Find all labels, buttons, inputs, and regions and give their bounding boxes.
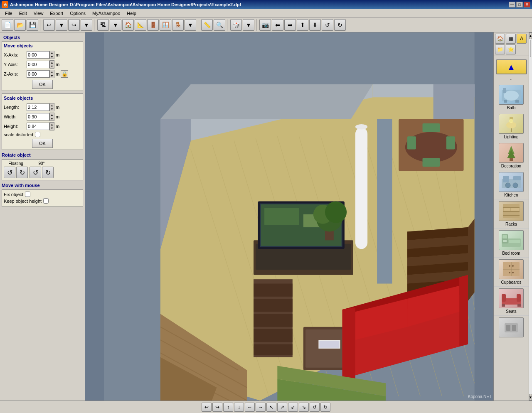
scale-ok-button[interactable]: OK <box>32 139 53 148</box>
toolbar-arrows4[interactable]: ⬇ <box>309 19 321 31</box>
rotate-cw-button[interactable]: ↻ <box>16 167 28 178</box>
nav-rotate-right[interactable]: ↻ <box>320 403 330 412</box>
width-spinner[interactable]: ▲ ▼ <box>49 113 54 121</box>
y-axis-input[interactable] <box>27 61 49 68</box>
rp-icon-abc[interactable]: A <box>517 34 527 44</box>
y-axis-spinner[interactable]: ▲ ▼ <box>49 60 54 69</box>
menu-options[interactable]: Options <box>66 10 89 17</box>
z-axis-spinner[interactable]: ▲ ▼ <box>49 70 54 78</box>
x-axis-spinner[interactable]: ▲ ▼ <box>49 51 54 59</box>
nav-right[interactable]: → <box>256 403 266 412</box>
minimize-button[interactable]: — <box>509 2 515 7</box>
x-axis-input[interactable] <box>27 51 49 59</box>
toolbar-doors[interactable]: 🚪 <box>147 19 159 31</box>
close-button[interactable]: ✕ <box>524 2 530 7</box>
toolbar-search[interactable]: 🔍 <box>214 19 225 31</box>
nav-up[interactable]: ↑ <box>223 403 233 412</box>
height-input[interactable] <box>27 123 49 130</box>
toolbar-objects[interactable]: 🪑 <box>172 19 184 31</box>
y-axis-down[interactable]: ▼ <box>50 64 54 68</box>
toolbar-save[interactable]: 💾 <box>27 19 38 31</box>
toolbar-arrows1[interactable]: ⬅ <box>272 19 283 31</box>
toolbar-redo-arrow[interactable]: ▼ <box>81 19 92 31</box>
rotate-90-ccw-button[interactable]: ↺ <box>30 167 41 178</box>
library-item-bath[interactable]: Bath <box>494 83 529 112</box>
toolbar-walls-arrow[interactable]: ▼ <box>110 19 121 31</box>
toolbar-windows[interactable]: 🪟 <box>160 19 171 31</box>
scroll-down-button[interactable]: ▼ <box>529 394 532 401</box>
toolbar-open[interactable]: 📂 <box>14 19 26 31</box>
height-down[interactable]: ▼ <box>50 126 54 130</box>
nav-downleft[interactable]: ↙ <box>288 403 298 412</box>
library-item-decoration[interactable]: Decoration <box>494 141 529 170</box>
x-axis-up[interactable]: ▲ <box>50 51 54 55</box>
center-3d-view[interactable]: Kopona.NET <box>85 32 493 401</box>
rp-up-button[interactable]: ▲ <box>496 59 527 74</box>
length-spinner[interactable]: ▲ ▼ <box>49 103 54 111</box>
library-item-bedroom[interactable]: Bed room <box>494 229 529 258</box>
library-item-lighting[interactable]: Lighting <box>494 112 529 141</box>
toolbar-view3d-arrow[interactable]: ▼ <box>243 19 254 31</box>
height-up[interactable]: ▲ <box>50 123 54 126</box>
nav-down[interactable]: ↓ <box>234 403 244 412</box>
toolbar-undo-arrow[interactable]: ▼ <box>56 19 67 31</box>
width-up[interactable]: ▲ <box>50 113 54 117</box>
x-axis-down[interactable]: ▼ <box>50 55 54 59</box>
toolbar-arrows3[interactable]: ⬆ <box>297 19 308 31</box>
toolbar-cam[interactable]: 📷 <box>259 19 271 31</box>
library-item-cupboards[interactable]: Cupboards <box>494 258 529 287</box>
height-spinner[interactable]: ▲ ▼ <box>49 122 54 130</box>
toolbar-new[interactable]: 📄 <box>2 19 13 31</box>
nav-forward[interactable]: ↪ <box>212 403 222 412</box>
z-lock-button[interactable]: 🔒 <box>61 70 68 78</box>
scroll-up-button[interactable]: ▲ <box>529 32 532 39</box>
width-input[interactable] <box>27 113 49 120</box>
toolbar-view3d[interactable]: 🎲 <box>230 19 242 31</box>
rp-icon-star[interactable]: ⭐ <box>506 44 516 54</box>
maximize-button[interactable]: □ <box>516 2 523 7</box>
toolbar-rooms[interactable]: 🏠 <box>122 19 134 31</box>
library-item-misc[interactable] <box>494 316 529 340</box>
menu-export[interactable]: Export <box>47 10 66 17</box>
menu-help[interactable]: Help <box>123 10 140 17</box>
rp-icon-grid[interactable]: ▦ <box>506 34 516 44</box>
y-axis-up[interactable]: ▲ <box>50 61 54 64</box>
nav-upright[interactable]: ↗ <box>277 403 287 412</box>
library-item-kitchen[interactable]: Kitchen <box>494 170 529 199</box>
nav-downright[interactable]: ↘ <box>299 403 309 412</box>
nav-rewind[interactable]: ↩ <box>202 403 212 412</box>
title-bar-buttons[interactable]: — □ ✕ <box>509 2 530 7</box>
toolbar-walls[interactable]: 🏗 <box>97 19 109 31</box>
scroll-thumb[interactable] <box>530 40 531 57</box>
length-input[interactable] <box>27 103 49 111</box>
toolbar-arrows2[interactable]: ➡ <box>284 19 296 31</box>
toolbar-objects-arrow[interactable]: ▼ <box>185 19 196 31</box>
nav-upleft[interactable]: ↖ <box>266 403 276 412</box>
toolbar-rot2[interactable]: ↻ <box>334 19 346 31</box>
library-item-racks[interactable]: Racks <box>494 199 529 229</box>
toolbar-redo[interactable]: ↪ <box>68 19 80 31</box>
nav-rotate-left[interactable]: ↺ <box>310 403 320 412</box>
menu-view[interactable]: View <box>30 10 47 17</box>
toolbar-stairs[interactable]: 📐 <box>135 19 146 31</box>
library-item-seats[interactable]: Seats <box>494 287 529 316</box>
scale-distorted-checkbox[interactable] <box>35 132 40 137</box>
menu-edit[interactable]: Edit <box>16 10 30 17</box>
keep-height-checkbox[interactable] <box>43 198 49 204</box>
rotate-90-cw-button[interactable]: ↻ <box>42 167 54 178</box>
toolbar-undo[interactable]: ↩ <box>43 19 55 31</box>
nav-left[interactable]: ← <box>245 403 255 412</box>
length-up[interactable]: ▲ <box>50 103 54 107</box>
length-down[interactable]: ▼ <box>50 107 54 111</box>
move-ok-button[interactable]: OK <box>32 80 53 89</box>
rotate-ccw-button[interactable]: ↺ <box>4 167 15 178</box>
toolbar-rot1[interactable]: ↺ <box>322 19 333 31</box>
z-axis-up[interactable]: ▲ <box>50 70 54 74</box>
rp-icon-folder[interactable]: 📁 <box>495 44 505 54</box>
rp-icon-home[interactable]: 🏠 <box>495 34 505 44</box>
menu-myashampoo[interactable]: MyAshampoo <box>89 10 123 17</box>
z-axis-input[interactable] <box>27 70 49 78</box>
fix-object-checkbox[interactable] <box>25 192 30 197</box>
toolbar-measure[interactable]: 📏 <box>201 19 213 31</box>
width-down[interactable]: ▼ <box>50 117 54 120</box>
